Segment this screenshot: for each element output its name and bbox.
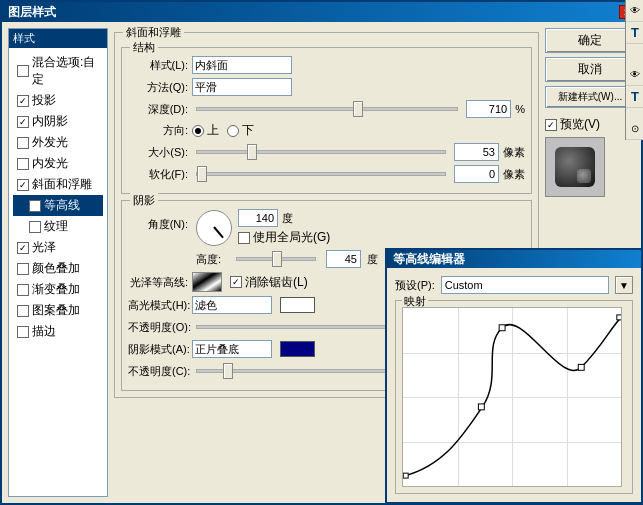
preview-box xyxy=(545,137,605,197)
innerglow-label: 内发光 xyxy=(32,155,68,172)
bevel-label: 斜面和浮雕 xyxy=(32,176,92,193)
depth-input[interactable] xyxy=(466,100,511,118)
sidebar-item-contour[interactable]: ✓ 等高线 xyxy=(13,195,103,216)
direction-label: 方向: xyxy=(128,123,188,138)
curve-canvas[interactable] xyxy=(402,307,622,487)
stroke-checkbox[interactable] xyxy=(17,326,29,338)
size-slider[interactable] xyxy=(196,150,446,154)
tool-T2-icon[interactable]: T xyxy=(626,86,643,108)
curve-svg xyxy=(403,308,621,486)
bevel-checkbox[interactable]: ✓ xyxy=(17,179,29,191)
antialias-checkbox[interactable]: ✓ xyxy=(230,276,242,288)
shadow-mode-label: 阴影模式(A): xyxy=(128,342,188,357)
structure-label: 结构 xyxy=(130,40,158,55)
shadow-opacity-label: 不透明度(C): xyxy=(128,364,188,379)
sidebar-item-stroke[interactable]: 描边 xyxy=(13,321,103,342)
highlight-color-swatch[interactable] xyxy=(280,297,315,313)
tool-T-icon[interactable]: T xyxy=(626,22,643,44)
depth-slider[interactable] xyxy=(196,107,458,111)
depth-row: 深度(D): % xyxy=(128,100,525,118)
contour-label: 等高线 xyxy=(44,197,80,214)
outerglow-label: 外发光 xyxy=(32,134,68,151)
direction-up-radio[interactable] xyxy=(192,125,204,137)
texture-checkbox[interactable] xyxy=(29,221,41,233)
patternoverlay-checkbox[interactable] xyxy=(17,305,29,317)
sidebar-item-innershadow[interactable]: ✓ 内阴影 xyxy=(13,111,103,132)
global-light-checkbox[interactable] xyxy=(238,232,250,244)
highlight-mode-select[interactable]: 滤色 xyxy=(192,296,272,314)
patternoverlay-label: 图案叠加 xyxy=(32,302,80,319)
innerglow-checkbox[interactable] xyxy=(17,158,29,170)
style-row: 样式(L): 内斜面 xyxy=(128,56,525,74)
depth-label: 深度(D): xyxy=(128,102,188,117)
title-bar: 图层样式 ✕ xyxy=(2,2,641,22)
altitude-slider[interactable] xyxy=(236,257,316,261)
blending-checkbox[interactable] xyxy=(17,65,29,77)
contour-editor-title: 等高线编辑器 xyxy=(387,250,641,268)
direction-up[interactable]: 上 xyxy=(192,122,219,139)
size-label: 大小(S): xyxy=(128,145,188,160)
svg-rect-1 xyxy=(478,404,484,410)
size-input[interactable] xyxy=(454,143,499,161)
sidebar-item-patternoverlay[interactable]: 图案叠加 xyxy=(13,300,103,321)
tool-eye-icon[interactable]: 👁 xyxy=(626,0,643,22)
left-panel: 样式 混合选项:自定 ✓ 投影 ✓ 内阴影 外发光 内发光 xyxy=(8,28,108,497)
mapping-group: 映射 xyxy=(395,300,633,494)
satin-checkbox[interactable]: ✓ xyxy=(17,242,29,254)
depth-unit: % xyxy=(515,103,525,115)
preset-label: 预设(P): xyxy=(395,278,435,293)
contour-checkbox[interactable]: ✓ xyxy=(29,200,41,212)
shadow-label: 阴影 xyxy=(130,193,158,208)
sidebar-item-bevel[interactable]: ✓ 斜面和浮雕 xyxy=(13,174,103,195)
tool-circle-icon[interactable]: ⊙ xyxy=(626,118,643,140)
sidebar-item-dropshadow[interactable]: ✓ 投影 xyxy=(13,90,103,111)
left-panel-title: 样式 xyxy=(9,29,107,48)
size-row: 大小(S): 像素 xyxy=(128,143,525,161)
satin-label: 光泽 xyxy=(32,239,56,256)
texture-label: 纹理 xyxy=(44,218,68,235)
preset-row: 预设(P): Custom ▼ xyxy=(395,276,633,294)
angle-input[interactable] xyxy=(238,209,278,227)
method-select[interactable]: 平滑 xyxy=(192,78,292,96)
contour-dropdown-btn[interactable]: ▼ xyxy=(615,276,633,294)
sidebar-item-gradientoverlay[interactable]: 渐变叠加 xyxy=(13,279,103,300)
shadow-mode-select[interactable]: 正片叠底 xyxy=(192,340,272,358)
angle-wheel[interactable] xyxy=(196,210,232,246)
coloroverlay-checkbox[interactable] xyxy=(17,263,29,275)
sidebar-item-outerglow[interactable]: 外发光 xyxy=(13,132,103,153)
altitude-input[interactable] xyxy=(326,250,361,268)
size-unit: 像素 xyxy=(503,145,525,160)
dropshadow-checkbox[interactable]: ✓ xyxy=(17,95,29,107)
svg-rect-5 xyxy=(617,315,621,320)
innershadow-checkbox[interactable]: ✓ xyxy=(17,116,29,128)
sidebar-item-coloroverlay[interactable]: 颜色叠加 xyxy=(13,258,103,279)
sidebar-item-innerglow[interactable]: 内发光 xyxy=(13,153,103,174)
new-style-button[interactable]: 新建样式(W)... xyxy=(545,86,635,108)
style-select[interactable]: 内斜面 xyxy=(192,56,292,74)
gradientoverlay-checkbox[interactable] xyxy=(17,284,29,296)
tool-eye2-icon[interactable]: 👁 xyxy=(626,64,643,86)
soften-input[interactable] xyxy=(454,165,499,183)
preset-select[interactable]: Custom xyxy=(441,276,609,294)
gloss-preview[interactable] xyxy=(192,272,222,292)
confirm-button[interactable]: 确定 xyxy=(545,28,635,53)
sidebar-item-satin[interactable]: ✓ 光泽 xyxy=(13,237,103,258)
shadow-color-swatch[interactable] xyxy=(280,341,315,357)
gloss-label: 光泽等高线: xyxy=(128,275,188,290)
sidebar-item-blending[interactable]: 混合选项:自定 xyxy=(13,52,103,90)
contour-editor: 等高线编辑器 预设(P): Custom ▼ 映射 xyxy=(385,248,643,504)
preview-checkbox[interactable]: ✓ xyxy=(545,119,557,131)
svg-rect-2 xyxy=(499,325,505,331)
coloroverlay-label: 颜色叠加 xyxy=(32,260,80,277)
direction-down[interactable]: 下 xyxy=(227,122,254,139)
outerglow-checkbox[interactable] xyxy=(17,137,29,149)
bevel-group-title: 斜面和浮雕 xyxy=(123,25,184,40)
sidebar-item-texture[interactable]: 纹理 xyxy=(13,216,103,237)
soften-slider[interactable] xyxy=(196,172,446,176)
far-right-toolbar: 👁 T 👁 T ⊙ xyxy=(625,0,643,140)
cancel-button[interactable]: 取消 xyxy=(545,57,635,82)
method-row: 方法(Q): 平滑 xyxy=(128,78,525,96)
direction-down-radio[interactable] xyxy=(227,125,239,137)
angle-label: 角度(N): xyxy=(128,217,188,232)
global-light-row: 使用全局光(G) xyxy=(238,229,330,246)
